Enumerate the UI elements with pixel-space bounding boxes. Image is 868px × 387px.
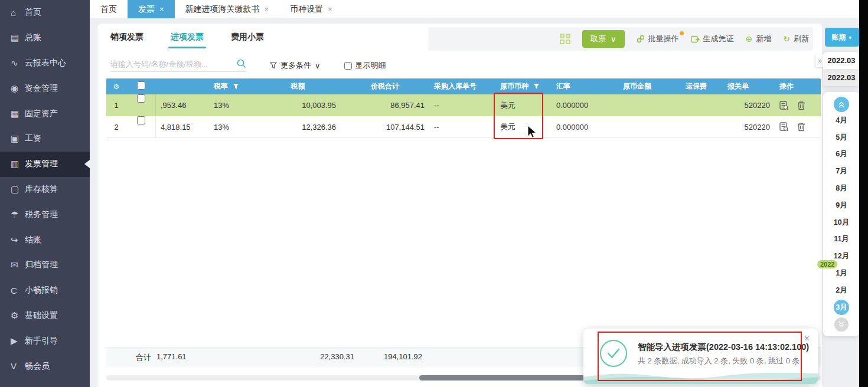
table-row[interactable]: 1 ,953.46 13% 10,003.95 86,957.41 -- 美元 … (106, 94, 821, 116)
month-item[interactable]: 9月 (823, 197, 860, 214)
show-detail-checkbox[interactable] (344, 62, 352, 70)
sidebar-item-invoice-management[interactable]: ▥发票管理 (0, 152, 90, 177)
month-item[interactable]: 11月 (823, 231, 860, 248)
tab-invoice[interactable]: 发票× (128, 0, 175, 18)
tab-purchase-invoice[interactable]: 进项发票 (171, 32, 204, 48)
more-conditions-label: 更多条件 (280, 60, 311, 71)
sidebar-item-label: 税务管理 (25, 209, 58, 220)
period-button[interactable]: 账期 ▼ (825, 28, 859, 47)
header-purchase-no: 采购入库单号 (429, 81, 495, 91)
header-customs: 报关单 (723, 81, 775, 91)
select-all-cell (126, 81, 156, 91)
tab-expense-receipt[interactable]: 费用小票 (231, 32, 264, 48)
sidebar-item-guide[interactable]: ▶新手引导 (0, 328, 90, 353)
toast-close-icon[interactable]: × (804, 333, 810, 344)
tab-home[interactable]: 首页 (90, 0, 128, 18)
tab-close-icon[interactable]: × (265, 5, 269, 14)
sidebar-item-settings[interactable]: ⚙基础设置 (0, 303, 90, 329)
sidebar-item-tax[interactable]: ☂税务管理 (0, 202, 90, 227)
cell-tax-rate: 13% (209, 123, 255, 132)
search-icon[interactable] (237, 59, 246, 68)
guide-icon: ▶ (11, 336, 25, 346)
sidebar-item-cloud-reports[interactable]: ∿云报表中心 (0, 51, 90, 76)
column-settings-gear-icon[interactable]: ⚙ (106, 83, 126, 91)
make-voucher-button[interactable]: 生成凭证 (691, 34, 734, 44)
header-orig-amount: 原币金额 (605, 81, 670, 91)
sidebar-item-closing[interactable]: ↪结账 (0, 227, 90, 252)
refresh-button[interactable]: ↻ 刷新 (783, 34, 809, 44)
month-item[interactable]: 10月 (823, 214, 860, 231)
sidebar-item-home[interactable]: ⌂首页 (0, 0, 90, 25)
totals-label: 合计 (136, 352, 151, 363)
month-item[interactable]: 5月 (823, 129, 860, 146)
scroll-months-down-button[interactable] (834, 317, 849, 332)
invoice-type-tabs: 销项发票 进项发票 费用小票 (110, 32, 264, 48)
month-item[interactable]: 7月 (823, 163, 860, 180)
voucher-icon (691, 35, 700, 43)
totals-grand: 194,101.92 (354, 352, 422, 361)
sidebar-item-label: 资金管理 (25, 83, 58, 94)
sidebar-item-fixed-assets[interactable]: ▦固定资产 (0, 101, 90, 126)
cell-total: 86,957.41 (341, 101, 429, 110)
row-checkbox[interactable] (137, 116, 145, 124)
get-ticket-button[interactable]: 取票 ∨ (582, 30, 625, 48)
cell-currency: 美元 (495, 100, 552, 111)
toast-title: 智能导入进项发票(2022-03-16 14:13:02.100) (638, 342, 809, 353)
month-item[interactable]: 6月 (823, 146, 860, 163)
double-chevron-up-icon (838, 101, 845, 109)
sidebar-item-funds[interactable]: ◉资金管理 (0, 76, 90, 101)
tab-close-icon[interactable]: × (159, 5, 164, 14)
plus-circle-icon: ⊕ (746, 34, 753, 44)
batch-operations-label: 批量操作 (648, 34, 679, 44)
tab-currency-settings[interactable]: 币种设置× (279, 0, 343, 18)
filter-row: 更多条件 ∨ 显示明细 (110, 59, 386, 72)
filter-icon[interactable] (233, 83, 239, 90)
sidebar-item-label: 基础设置 (25, 310, 58, 321)
sidebar-item-label: 新手引导 (25, 336, 58, 346)
tab-label: 发票 (138, 4, 155, 15)
select-all-checkbox[interactable] (137, 81, 145, 90)
tab-sales-invoice[interactable]: 销项发票 (110, 32, 143, 48)
sidebar-item-general-ledger[interactable]: ▤总账 (0, 25, 90, 51)
sidebar-item-inventory[interactable]: ▢库存核算 (0, 177, 90, 202)
scroll-months-up-button[interactable] (834, 97, 849, 112)
cell-currency: 美元 (495, 122, 552, 132)
add-button[interactable]: ⊕ 新增 (746, 34, 772, 44)
delete-icon[interactable] (797, 122, 805, 132)
sidebar-item-reimbursement[interactable]: C小畅报销 (0, 278, 90, 303)
show-detail-option: 显示明细 (344, 60, 386, 71)
period-list: 2022.03 2022.03 (823, 52, 860, 86)
sidebar-item-payroll[interactable]: ▣工资 (0, 126, 90, 152)
header-freight: 运保费 (670, 81, 723, 91)
month-item[interactable]: 4月 (823, 112, 860, 129)
batch-operations-button[interactable]: 批量操作 (637, 34, 679, 44)
payroll-icon: ▣ (11, 133, 25, 144)
more-conditions-button[interactable]: 更多条件 ∨ (270, 60, 321, 71)
delete-icon[interactable] (797, 101, 805, 110)
month-item[interactable]: 8月 (823, 180, 860, 197)
month-item-active[interactable]: 3月 (823, 299, 860, 316)
filter-icon[interactable] (533, 83, 540, 90)
sidebar-item-label: 总账 (25, 32, 41, 43)
sidebar-item-membership[interactable]: V畅会员 (0, 353, 90, 379)
tax-icon: ☂ (11, 209, 25, 220)
success-check-icon (600, 340, 627, 367)
header-total: 价税合计 (341, 81, 429, 91)
qr-scan-icon[interactable] (560, 34, 570, 44)
tab-customs-payment[interactable]: 新建进项海关缴款书× (175, 0, 280, 18)
toolbar: 取票 ∨ 批量操作 生成凭证 ⊕ 新增 ↻ 刷新 (560, 29, 809, 48)
sidebar-item-archive[interactable]: ✉归档管理 (0, 252, 90, 278)
home-icon: ⌂ (11, 8, 25, 18)
period-entry[interactable]: 2022.03 (823, 52, 860, 69)
month-item[interactable]: 2月 (823, 282, 860, 299)
inventory-icon: ▢ (11, 184, 25, 195)
table-row[interactable]: 2 4,818.15 13% 12,326.36 107,144.51 -- 美… (106, 116, 821, 138)
ledger-icon: ▤ (11, 32, 25, 43)
row-checkbox[interactable] (137, 94, 145, 103)
tab-close-icon[interactable]: × (328, 5, 332, 14)
view-voucher-icon[interactable] (779, 101, 789, 110)
make-voucher-label: 生成凭证 (703, 34, 734, 44)
view-voucher-icon[interactable] (779, 122, 789, 132)
search-input[interactable] (110, 60, 237, 68)
period-entry[interactable]: 2022.03 (823, 69, 860, 86)
